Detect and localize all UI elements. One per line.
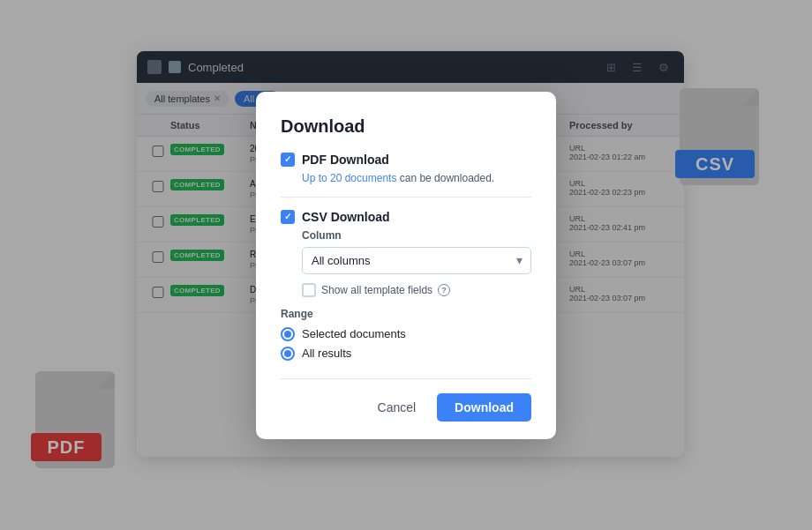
csv-checkbox-row: CSV Download: [281, 210, 531, 224]
csv-checkbox[interactable]: [281, 210, 295, 224]
pdf-limit-link[interactable]: Up to 20 documents: [302, 172, 396, 184]
pdf-section: PDF Download Up to 20 documents can be d…: [281, 153, 531, 184]
modal-overlay: Download PDF Download Up to 20 documents…: [0, 0, 812, 530]
column-select-wrapper: All columns Selected columns ▾: [302, 247, 531, 274]
column-select[interactable]: All columns Selected columns: [302, 247, 531, 274]
pdf-info-text: Up to 20 documents can be downloaded.: [302, 172, 531, 184]
template-fields-checkbox[interactable]: [302, 283, 316, 297]
radio-all-results-label: All results: [302, 347, 351, 360]
download-modal: Download PDF Download Up to 20 documents…: [256, 92, 556, 439]
radio-row-all: All results: [281, 347, 531, 361]
section-divider: [281, 197, 531, 198]
radio-row-selected: Selected documents: [281, 327, 531, 341]
template-fields-label: Show all template fields: [321, 284, 432, 296]
pdf-checkbox-row: PDF Download: [281, 153, 531, 167]
csv-checkbox-label: CSV Download: [302, 210, 390, 224]
template-fields-row: Show all template fields ?: [302, 283, 531, 297]
download-button[interactable]: Download: [437, 393, 531, 422]
modal-title: Download: [281, 116, 531, 137]
range-label: Range: [281, 308, 531, 320]
help-icon: ?: [438, 284, 450, 296]
cancel-button[interactable]: Cancel: [365, 393, 429, 422]
radio-all-results[interactable]: [281, 347, 295, 361]
pdf-checkbox-label: PDF Download: [302, 153, 389, 167]
modal-footer: Cancel Download: [281, 378, 531, 422]
csv-section: CSV Download Column All columns Selected…: [281, 210, 531, 361]
pdf-checkbox[interactable]: [281, 153, 295, 167]
radio-selected-docs[interactable]: [281, 327, 295, 341]
column-field-label: Column: [302, 229, 531, 242]
radio-selected-docs-label: Selected documents: [302, 327, 406, 340]
